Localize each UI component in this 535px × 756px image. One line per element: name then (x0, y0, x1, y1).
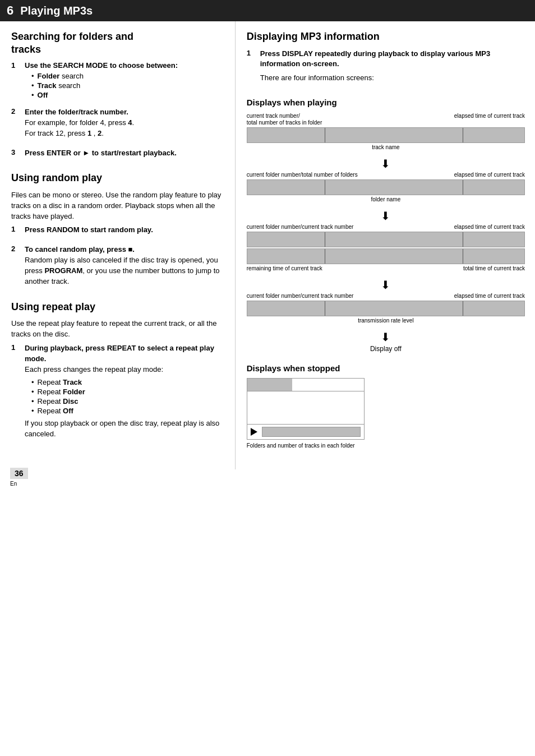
arrow-2: ⬇ (247, 210, 525, 222)
chapter-title: Playing MP3s (20, 4, 93, 17)
diagram-1-center-label: track name (247, 144, 525, 150)
step-1-text: Use the SEARCH MODE to choose between: (25, 61, 178, 70)
step-2-text: Enter the folder/track number. For examp… (25, 107, 225, 139)
repeat-bullet-disc: Repeat Disc (31, 397, 225, 405)
diagram-1-left-label: current track number/total number of tra… (247, 113, 322, 126)
random-step-2-text: To cancel random play, press ■. Random p… (25, 245, 225, 287)
diagram-1-labels: current track number/total number of tra… (247, 113, 525, 126)
diagram-2-center-label: folder name (247, 196, 525, 202)
step-3: 3 Press ENTER or ► to start/restart play… (11, 148, 225, 162)
diagram-3-labels-top: current folder number/current track numb… (247, 224, 525, 231)
random-step-1-content: Press RANDOM to start random play. (25, 225, 225, 239)
diagram-4-right-label: elapsed time of current track (454, 293, 525, 299)
diagram-3-tick-right-bot (463, 249, 463, 264)
section-displaying: Displaying MP3 information 1 Press DISPL… (247, 30, 525, 87)
repeat-bullets: Repeat Track Repeat Folder Repeat Disc R… (31, 378, 225, 415)
repeat-step-num-1: 1 (11, 343, 21, 443)
repeat-steps: 1 During playback, press REPEAT to selec… (11, 343, 225, 443)
page-number: 36 (10, 468, 28, 479)
step-2-content: Enter the folder/track number. For examp… (25, 107, 225, 142)
display-step-1-text: Press DISPLAY repeatedly during playback… (260, 49, 525, 70)
chapter-number: 6 (7, 3, 13, 18)
step-num-3: 3 (11, 148, 21, 162)
diagram-4: current folder number/current track numb… (247, 293, 525, 324)
random-step-1: 1 Press RANDOM to start random play. (11, 225, 225, 239)
displays-playing-heading: Displays when playing (247, 97, 525, 108)
display-step-1-note: There are four information screens: (260, 73, 525, 84)
random-intro: Files can be mono or stereo. Use the ran… (11, 190, 225, 222)
random-step-2-content: To cancel random play, press ■. Random p… (25, 245, 225, 290)
repeat-step-1-content: During playback, press REPEAT to select … (25, 343, 225, 443)
diagram-4-tick-right (463, 301, 463, 316)
repeat-step-1-text: During playback, press REPEAT to select … (25, 343, 225, 375)
diagram-4-box (247, 301, 525, 316)
bullet-track: Track search (31, 81, 225, 90)
diagram-1-tick-right (463, 128, 463, 142)
section-displays-stopped: Displays when stopped Folders and number… (247, 363, 525, 450)
diagram-1-box (247, 127, 525, 143)
stopped-bottom-row (247, 425, 364, 439)
diagram-3-left-label: current folder number/current track numb… (247, 224, 354, 231)
arrow-3: ⬇ (247, 279, 525, 291)
diagram-1: current track number/total number of tra… (247, 113, 525, 150)
display-off-label: Display off (247, 345, 525, 353)
searching-heading: Searching for folders andtracks (11, 30, 225, 56)
random-step-1-text: Press RANDOM to start random play. (25, 225, 225, 236)
diagram-2-tick-left (325, 180, 325, 195)
step-num-1: 1 (11, 61, 21, 102)
diagram-2-tick-right (463, 180, 463, 195)
diagram-3-sub-left: remaining time of current track (247, 265, 322, 271)
display-step-1: 1 Press DISPLAY repeatedly during playba… (247, 49, 525, 87)
diagram-3-right-label: elapsed time of current track (454, 224, 525, 231)
section-displays-playing: Displays when playing current track numb… (247, 97, 525, 353)
step-1-content: Use the SEARCH MODE to choose between: F… (25, 61, 225, 102)
step-3-content: Press ENTER or ► to start/restart playba… (25, 148, 225, 162)
page-header: 6 Playing MP3s (0, 0, 535, 21)
random-step-num-2: 2 (11, 245, 21, 290)
diagram-4-center-label: transmission rate level (247, 317, 525, 324)
diagram-2-labels: current folder number/total number of fo… (247, 172, 525, 178)
repeat-note: If you stop playback or open the disc tr… (25, 418, 225, 440)
random-step-2: 2 To cancel random play, press ■. Random… (11, 245, 225, 290)
repeat-step-1: 1 During playback, press REPEAT to selec… (11, 343, 225, 443)
stopped-top-bar (247, 379, 292, 391)
diagram-3-sub-right: total time of current track (463, 265, 525, 271)
stopped-bottom-bar (262, 427, 361, 437)
stopped-middle-area (247, 391, 364, 425)
diagram-2-left-label: current folder number/total number of fo… (247, 172, 358, 178)
diagram-3-tick-left-bot (325, 249, 325, 264)
bullet-folder: Folder search (31, 72, 225, 80)
left-column: Searching for folders andtracks 1 Use th… (0, 21, 236, 469)
diagram-3-box-bottom (247, 248, 525, 264)
step-1: 1 Use the SEARCH MODE to choose between:… (11, 61, 225, 102)
searching-steps: 1 Use the SEARCH MODE to choose between:… (11, 61, 225, 162)
random-steps: 1 Press RANDOM to start random play. 2 T… (11, 225, 225, 290)
page-footer: 36 En (10, 468, 28, 487)
repeat-bullet-off: Repeat Off (31, 407, 225, 415)
diagram-1-right-label: elapsed time of current track (454, 113, 525, 126)
right-column: Displaying MP3 information 1 Press DISPL… (236, 21, 535, 469)
displays-stopped-heading: Displays when stopped (247, 363, 525, 374)
diagram-3: current folder number/current track numb… (247, 224, 525, 271)
diagram-4-labels: current folder number/current track numb… (247, 293, 525, 299)
step-2: 2 Enter the folder/track number. For exa… (11, 107, 225, 142)
diagram-2: current folder number/total number of fo… (247, 172, 525, 202)
display-step-num-1: 1 (247, 49, 257, 87)
stopped-caption: Folders and number of tracks in each fol… (247, 442, 525, 450)
arrow-1: ⬇ (247, 158, 525, 169)
section-searching: Searching for folders andtracks 1 Use th… (11, 30, 225, 162)
displaying-steps: 1 Press DISPLAY repeatedly during playba… (247, 49, 525, 87)
diagram-3-tick-right-top (463, 232, 463, 247)
displaying-heading: Displaying MP3 information (247, 30, 525, 43)
diagram-3-sublabels: remaining time of current track total ti… (247, 265, 525, 271)
repeat-heading: Using repeat play (11, 301, 225, 314)
play-icon (251, 428, 257, 436)
search-bullets: Folder search Track search Off (31, 72, 225, 99)
random-heading: Using random play (11, 172, 225, 185)
diagram-4-tick-left (325, 301, 325, 316)
section-random: Using random play Files can be mono or s… (11, 172, 225, 290)
stopped-diagram-box (247, 378, 365, 440)
step-3-text: Press ENTER or ► to start/restart playba… (25, 148, 225, 159)
arrow-4: ⬇ (247, 331, 525, 343)
section-repeat: Using repeat play Use the repeat play fe… (11, 301, 225, 443)
